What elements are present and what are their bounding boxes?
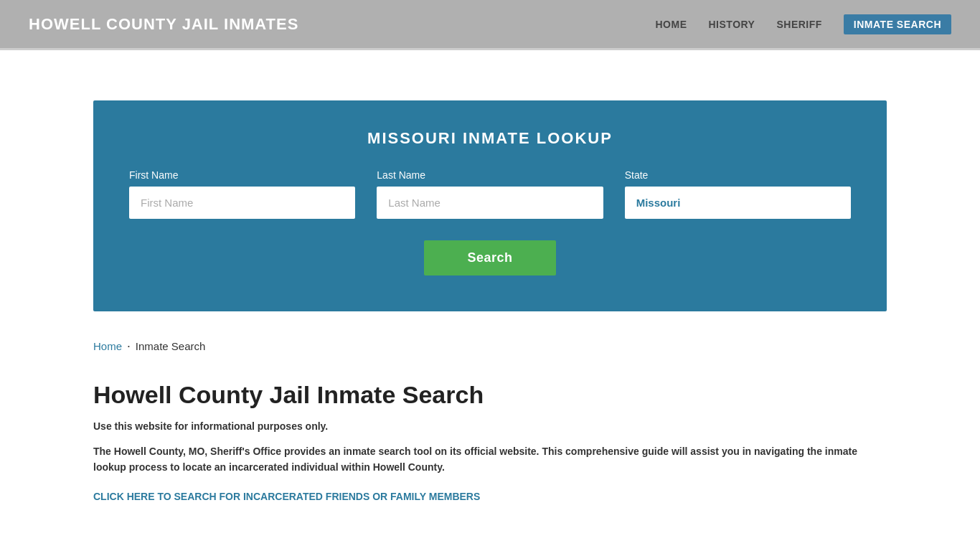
first-name-input[interactable] — [129, 187, 355, 219]
last-name-input[interactable] — [377, 187, 603, 219]
info-line: Use this website for informational purpo… — [93, 420, 887, 432]
search-button-row: Search — [129, 240, 851, 276]
nav-inmate-search[interactable]: INMATE SEARCH — [844, 14, 951, 34]
breadcrumb-home-link[interactable]: Home — [93, 340, 122, 352]
page-title: Howell County Jail Inmate Search — [93, 381, 887, 409]
first-name-group: First Name — [129, 169, 355, 219]
breadcrumb-current: Inmate Search — [136, 340, 206, 352]
last-name-group: Last Name — [377, 169, 603, 219]
state-input[interactable] — [625, 187, 851, 219]
breadcrumb: Home • Inmate Search — [93, 340, 887, 352]
site-header: HOWELL COUNTY JAIL INMATES HOME HISTORY … — [0, 0, 980, 50]
nav-history[interactable]: HISTORY — [709, 19, 755, 30]
lookup-title: MISSOURI INMATE LOOKUP — [129, 129, 851, 148]
cta-link[interactable]: CLICK HERE to Search for Incarcerated Fr… — [93, 491, 480, 502]
sub-header-space — [0, 50, 980, 100]
first-name-label: First Name — [129, 169, 355, 181]
state-group: State — [625, 169, 851, 219]
site-title: HOWELL COUNTY JAIL INMATES — [29, 15, 298, 34]
inmate-lookup-section: MISSOURI INMATE LOOKUP First Name Last N… — [93, 100, 887, 311]
form-fields-row: First Name Last Name State — [129, 169, 851, 219]
search-button[interactable]: Search — [424, 240, 555, 276]
nav-home[interactable]: HOME — [656, 19, 687, 30]
main-nav: HOME HISTORY SHERIFF INMATE SEARCH — [656, 14, 952, 34]
state-label: State — [625, 169, 851, 181]
description-paragraph: The Howell County, MO, Sheriff's Office … — [93, 443, 887, 476]
breadcrumb-separator: • — [128, 343, 130, 349]
nav-sheriff[interactable]: SHERIFF — [776, 19, 821, 30]
main-content: Home • Inmate Search Howell County Jail … — [0, 311, 980, 532]
last-name-label: Last Name — [377, 169, 603, 181]
